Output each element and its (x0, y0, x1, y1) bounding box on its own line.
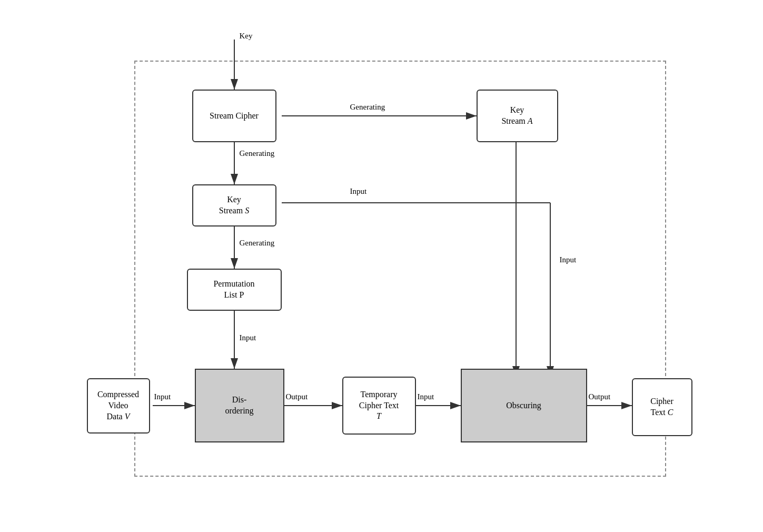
temporary-cipher-box: TemporaryCipher TextT (342, 377, 416, 435)
key-stream-s-label: KeyStream S (219, 194, 249, 216)
compressed-video-box: CompressedVideoData V (87, 378, 150, 434)
output-label-dis-tc: Output (286, 392, 308, 401)
disordering-label: Dis-ordering (225, 395, 253, 417)
key-stream-a-box: KeyStream A (477, 90, 558, 142)
generating-label-1: Generating (350, 103, 385, 112)
compressed-video-label: CompressedVideoData V (97, 389, 139, 422)
diagram-container: Stream Cipher KeyStream A KeyStream S Pe… (66, 29, 698, 503)
input-label-tc-obs: Input (418, 392, 434, 401)
key-stream-a-label: KeyStream A (501, 105, 532, 127)
generating-label-3: Generating (240, 239, 275, 248)
generating-label-2: Generating (240, 149, 275, 158)
obscuring-box: Obscuring (461, 369, 587, 442)
permutation-list-box: PermutationList P (187, 269, 282, 311)
obscuring-label: Obscuring (506, 400, 541, 411)
stream-cipher-label: Stream Cipher (210, 111, 259, 122)
cipher-text-box: CipherText C (632, 378, 692, 436)
disordering-box: Dis-ordering (195, 369, 284, 442)
temporary-cipher-label: TemporaryCipher TextT (359, 389, 399, 422)
key-stream-s-box: KeyStream S (192, 184, 276, 226)
input-label-perm-dis: Input (240, 333, 256, 342)
input-label-cv-dis: Input (154, 392, 171, 401)
permutation-list-label: PermutationList P (213, 279, 254, 301)
stream-cipher-box: Stream Cipher (192, 90, 276, 142)
output-label-obs-ct: Output (589, 392, 611, 401)
cipher-text-label: CipherText C (650, 396, 673, 418)
key-label: Key (240, 32, 253, 41)
input-label-ksa-obscuring: Input (560, 255, 577, 264)
input-label-ks-obscuring: Input (350, 187, 367, 196)
